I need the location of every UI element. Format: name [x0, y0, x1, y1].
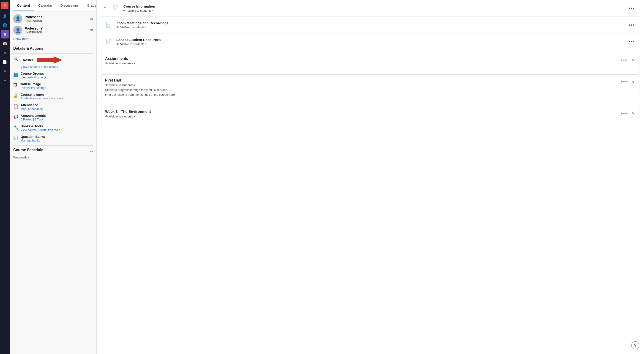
course-groups-label: Course Groups: [20, 72, 46, 75]
module-week8-header: Week 8 - The Environment 👁 Visible to st…: [102, 106, 639, 122]
assignments-dropdown-arrow[interactable]: ▾: [134, 62, 135, 65]
zoom-title: Zoom Meetings and Recordings: [116, 21, 624, 25]
module-assignments-info: Assignments 👁 Visible to students ▾: [105, 56, 617, 65]
zoom-visibility-label: Visible to students: [120, 26, 144, 29]
avatar-professor-y: 👤: [13, 26, 22, 35]
assignments-eye-icon: 👁: [105, 62, 108, 65]
action-roster: 🔍 Roster View everyone in our course: [13, 56, 93, 68]
close-button[interactable]: ✕: [1, 2, 8, 9]
course-info-title: Course Information: [124, 4, 624, 8]
action-course-groups: 👥 Course Groups View sets & groups: [13, 72, 93, 79]
document-icon[interactable]: 📄: [1, 58, 9, 66]
seneca-dropdown-arrow[interactable]: ▾: [145, 42, 146, 46]
action-books-tools: 🔧 Books & Tools View course & institutio…: [13, 124, 93, 132]
question-banks-link[interactable]: Manage banks: [20, 139, 45, 142]
assignments-expand-btn[interactable]: ∨: [631, 57, 636, 63]
tab-discussions[interactable]: Discussions: [57, 0, 82, 11]
eye-icon: 👁: [124, 9, 126, 12]
tab-content[interactable]: Content: [13, 0, 34, 11]
seneca-details: Seneca Student Resources 👁 Visible to st…: [116, 38, 624, 46]
divider-1: [13, 44, 93, 44]
schedule-day: Wednesday: [13, 156, 93, 159]
show-more-link[interactable]: Show more: [13, 37, 93, 41]
course-open-icon: 🔓: [13, 93, 18, 98]
module-assignments-visibility: 👁 Visible to students ▾: [105, 62, 617, 65]
zoom-more[interactable]: •••: [627, 22, 637, 28]
module-first-half-subdesc: Find our lessons from the first half of …: [105, 93, 617, 96]
module-assignments-actions: ••• ∨: [619, 56, 636, 64]
content-items-section: ⇅ 📄 Course Information 👁 Visible to stud…: [97, 0, 644, 50]
course-image-label: Course Image: [20, 82, 46, 86]
calendar-icon[interactable]: 📅: [1, 40, 9, 48]
week8-expand-btn[interactable]: ∨: [631, 110, 636, 116]
first-half-visibility-label: Visible to students: [109, 83, 133, 87]
assignments-visibility-label: Visible to students: [109, 62, 133, 65]
first-half-dropdown-arrow[interactable]: ▾: [134, 84, 135, 86]
mail-icon[interactable]: ✉: [1, 48, 9, 57]
course-schedule-title: Course Schedule: [13, 148, 43, 152]
module-week8-title: Week 8 - The Environment: [105, 110, 617, 114]
course-info-more[interactable]: •••: [627, 5, 637, 12]
sort-icon-course-info[interactable]: ⇅: [104, 6, 107, 10]
instructor-row-y: 👤 Professor Y INSTRUCTOR ✉: [13, 26, 93, 35]
module-assignments-header: Assignments 👁 Visible to students ▾ ••• …: [102, 53, 639, 69]
top-nav: Content Calendar Discussions Gradebook M…: [10, 0, 96, 12]
assignments-more-btn[interactable]: •••: [619, 56, 629, 64]
mail-professor-x[interactable]: ✉: [90, 17, 93, 21]
seneca-visibility-label: Visible to students: [120, 42, 144, 46]
books-tools-link[interactable]: View course & institution tools: [20, 128, 60, 132]
zoom-dropdown-arrow[interactable]: ▾: [145, 26, 146, 29]
module-first-half-actions: ••• ∨: [619, 78, 636, 86]
week8-dropdown-arrow[interactable]: ▾: [134, 115, 135, 118]
first-half-more-btn[interactable]: •••: [619, 78, 629, 86]
course-groups-link[interactable]: View sets & groups: [20, 76, 46, 79]
course-schedule-header: Course Schedule ✏: [13, 148, 93, 155]
roster-icon: 🔍: [13, 56, 18, 61]
course-image-icon: 🖼: [13, 83, 18, 88]
globe-icon[interactable]: 🌐: [1, 21, 9, 29]
tab-gradebook[interactable]: Gradebook: [83, 0, 97, 11]
help-button[interactable]: ?: [631, 341, 640, 350]
edit-icon[interactable]: ✏: [1, 67, 9, 75]
course-image-link[interactable]: Edit display settings: [20, 86, 46, 90]
zoom-icon: 📄: [104, 20, 113, 30]
week8-more-btn[interactable]: •••: [619, 110, 629, 117]
module-first-half-header: First Half 👁 Visible to students ▾ Stude…: [102, 75, 639, 100]
roster-label[interactable]: Roster: [20, 57, 35, 63]
tab-calendar[interactable]: Calendar: [34, 0, 56, 11]
sidebar: Content Calendar Discussions Gradebook M…: [10, 0, 97, 354]
instructor-info-y: Professor Y INSTRUCTOR: [25, 26, 88, 34]
books-tools-icon: 🔧: [13, 125, 18, 130]
course-info-icon: 📄: [111, 4, 120, 13]
roster-link[interactable]: View everyone in our course: [20, 65, 62, 68]
schedule-edit-icon[interactable]: ✏: [90, 149, 93, 154]
back-icon[interactable]: ↩: [1, 76, 9, 84]
seneca-icon: 📄: [104, 37, 113, 46]
course-groups-icon: 👥: [13, 72, 18, 77]
attendance-link[interactable]: Mark attendance: [20, 107, 43, 110]
mail-professor-y[interactable]: ✉: [90, 28, 93, 32]
visibility-dropdown-arrow[interactable]: ▾: [152, 9, 154, 12]
attendance-label: Attendance: [20, 103, 43, 107]
person-icon[interactable]: 👤: [1, 12, 9, 20]
seneca-title: Seneca Student Resources: [116, 38, 624, 42]
course-open-link[interactable]: Students can access this course: [20, 97, 63, 100]
seneca-more[interactable]: •••: [627, 38, 637, 45]
content-item-course-info: ⇅ 📄 Course Information 👁 Visible to stud…: [101, 0, 640, 17]
week8-visibility-label: Visible to students: [109, 115, 133, 118]
instructor-badge-x: INSTRUCTOR: [25, 20, 43, 22]
seneca-eye-icon: 👁: [116, 42, 119, 46]
instructor-badge-y: INSTRUCTOR: [25, 31, 43, 34]
module-first-half-info: First Half 👁 Visible to students ▾ Stude…: [105, 78, 617, 96]
books-tools-label: Books & Tools: [20, 124, 60, 128]
announcements-link[interactable]: 0 Posted | 1 Total: [20, 118, 46, 121]
dashboard-icon[interactable]: ⊞: [1, 30, 9, 38]
module-first-half-desc: Students progress through the module in …: [105, 88, 617, 92]
content-item-seneca: 📄 Seneca Student Resources 👁 Visible to …: [101, 34, 640, 50]
first-half-expand-btn[interactable]: ∨: [631, 79, 636, 85]
sidebar-body: 👤 Professor X INSTRUCTOR ✉ 👤 Professor Y…: [10, 12, 96, 162]
course-info-details: Course Information 👁 Visible to students…: [124, 4, 624, 12]
module-week8: Week 8 - The Environment 👁 Visible to st…: [101, 106, 640, 122]
action-course-image: 🖼 Course Image Edit display settings: [13, 82, 93, 90]
module-assignments-title: Assignments: [105, 56, 617, 61]
